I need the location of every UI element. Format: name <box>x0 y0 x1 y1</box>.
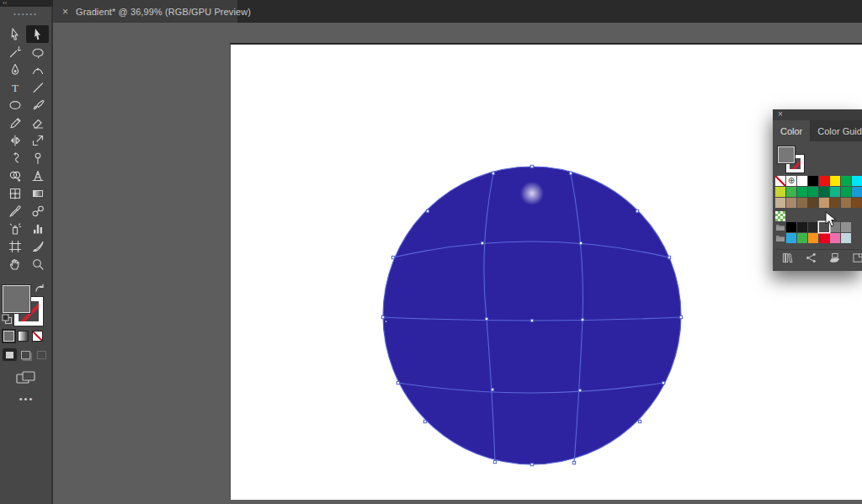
mesh-anchor-point[interactable] <box>492 172 494 174</box>
color-group-folder-icon[interactable] <box>775 222 785 232</box>
fill-indicator[interactable] <box>3 285 30 313</box>
mesh-anchor-point[interactable] <box>493 460 496 463</box>
mesh-anchor-point[interactable] <box>579 241 582 244</box>
swatch-color[interactable] <box>775 198 785 208</box>
draw-behind-button[interactable] <box>19 348 33 361</box>
shape-builder-tool[interactable] <box>3 167 26 184</box>
mesh-anchor-point[interactable] <box>581 318 583 321</box>
mesh-anchor-point[interactable] <box>679 316 682 318</box>
pen-tool[interactable] <box>3 61 26 78</box>
draw-normal-button[interactable] <box>3 348 17 361</box>
mesh-anchor-point[interactable] <box>638 420 641 422</box>
swatch-color[interactable] <box>819 198 829 208</box>
swatch-color[interactable] <box>852 198 862 208</box>
swatch-color[interactable] <box>819 233 829 243</box>
scale-tool[interactable] <box>26 131 49 149</box>
new-swatch-icon[interactable] <box>852 252 862 267</box>
swatch-color[interactable] <box>830 233 840 243</box>
pencil-tool[interactable] <box>3 114 26 131</box>
swatch-color[interactable] <box>852 176 862 186</box>
swatch-color[interactable] <box>830 176 840 186</box>
swatch-color[interactable] <box>797 176 807 186</box>
slice-tool[interactable] <box>26 237 49 255</box>
swatch-none[interactable] <box>775 176 785 186</box>
mesh-anchor-point[interactable] <box>662 381 664 384</box>
swatch-color[interactable] <box>808 222 818 232</box>
mesh-anchor-point[interactable] <box>530 165 533 167</box>
swatch-color[interactable] <box>786 198 796 208</box>
close-tab-icon[interactable]: × <box>62 7 68 17</box>
mesh-anchor-point[interactable] <box>636 210 638 212</box>
puppet-warp-tool[interactable] <box>26 149 49 167</box>
paintbrush-tool[interactable] <box>26 96 49 114</box>
column-graph-tool[interactable] <box>26 220 49 237</box>
eyedropper-tool[interactable] <box>3 202 26 220</box>
symbol-sprayer-tool[interactable] <box>3 220 26 237</box>
swatch-color[interactable] <box>786 187 796 197</box>
panel-fill[interactable] <box>778 146 795 163</box>
mesh-anchor-point[interactable] <box>426 210 428 212</box>
swatch-color[interactable] <box>830 198 840 208</box>
zoom-tool[interactable] <box>26 255 49 273</box>
swatch-color[interactable] <box>775 187 785 197</box>
ellipse-tool[interactable] <box>3 96 26 114</box>
mesh-anchor-point[interactable] <box>578 389 581 391</box>
gradient-tool[interactable] <box>26 184 49 202</box>
swatch-color[interactable] <box>786 222 796 232</box>
direct-selection-tool[interactable] <box>26 25 49 43</box>
swatch-libraries-icon[interactable] <box>781 252 794 267</box>
swatch-pattern[interactable] <box>775 211 785 221</box>
swatch-color[interactable] <box>808 233 818 243</box>
mesh-tool[interactable] <box>3 184 26 202</box>
swatch-color[interactable] <box>797 198 807 208</box>
default-fill-stroke-icon[interactable] <box>2 314 13 325</box>
mesh-anchor-point[interactable] <box>491 388 493 390</box>
mesh-anchor-point[interactable] <box>485 317 487 320</box>
canvas[interactable] <box>55 23 862 504</box>
swatch-color[interactable] <box>830 187 840 197</box>
swatch-color[interactable] <box>808 176 818 186</box>
none-button[interactable] <box>32 331 43 342</box>
swatch-color[interactable] <box>819 187 829 197</box>
swatch-kinds-icon[interactable] <box>805 252 817 267</box>
swatch-color[interactable] <box>797 222 807 232</box>
line-segment-tool[interactable] <box>26 78 49 96</box>
eraser-tool[interactable] <box>26 114 49 131</box>
magic-wand-tool[interactable] <box>3 43 26 61</box>
selection-tool[interactable] <box>3 25 26 43</box>
mesh-anchor-point[interactable] <box>391 256 394 258</box>
mesh-anchor-point[interactable] <box>423 420 426 422</box>
swatch-color[interactable] <box>797 187 807 197</box>
mesh-anchor-point[interactable] <box>381 316 384 318</box>
artboard-tool[interactable] <box>3 237 26 255</box>
lasso-tool[interactable] <box>26 43 49 61</box>
gradient-button[interactable] <box>18 331 29 342</box>
mesh-anchor-point[interactable] <box>569 172 572 174</box>
mesh-anchor-point[interactable] <box>572 461 575 464</box>
toolbar-grip[interactable]: •••••• <box>0 11 51 18</box>
mesh-anchor-point[interactable] <box>668 256 670 258</box>
swatch-color[interactable] <box>841 222 851 232</box>
tab-color-guide[interactable]: Color Guide <box>810 120 862 141</box>
reflect-tool[interactable] <box>3 131 26 149</box>
swatch-color[interactable] <box>797 233 807 243</box>
swatch-color[interactable] <box>841 198 851 208</box>
mesh-anchor-point[interactable] <box>530 319 533 321</box>
type-tool[interactable]: T <box>3 78 26 96</box>
swatch-registration[interactable]: ⊕ <box>786 176 796 186</box>
document-tab[interactable]: × Gradient* @ 36,99% (RGB/GPU Preview) <box>53 0 237 23</box>
curvature-tool[interactable] <box>26 61 49 78</box>
swatch-color[interactable] <box>841 187 851 197</box>
color-button[interactable] <box>3 331 14 342</box>
add-swatch-icon[interactable] <box>828 252 841 267</box>
width-tool-tool[interactable] <box>3 149 26 167</box>
swatch-color[interactable] <box>808 198 818 208</box>
swatch-color[interactable] <box>841 176 851 186</box>
perspective-grid-tool[interactable] <box>26 167 49 184</box>
mesh-anchor-point[interactable] <box>481 241 483 244</box>
panel-close-icon[interactable]: × <box>778 109 783 119</box>
screen-mode-icon[interactable] <box>15 370 37 385</box>
draw-inside-button[interactable] <box>35 348 49 361</box>
edit-toolbar-button[interactable]: ••• <box>0 394 53 404</box>
mesh-anchor-point[interactable] <box>530 463 533 465</box>
